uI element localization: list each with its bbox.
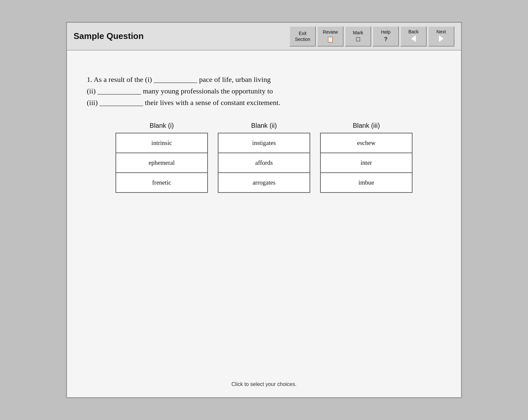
back-label: Back <box>408 29 418 35</box>
next-label: Next <box>437 29 446 35</box>
blank-i-option-ephemeral[interactable]: ephemeral <box>116 153 207 173</box>
blank-ii-column: Blank (ii) instigates affords arrogates <box>218 122 310 193</box>
mark-button[interactable]: Mark ☐ <box>345 26 371 47</box>
blank-ii-option-arrogates[interactable]: arrogates <box>218 173 310 192</box>
blank-i-option-frenetic[interactable]: frenetic <box>116 173 207 192</box>
blank-i-header: Blank (i) <box>149 122 174 129</box>
mark-icon: ☐ <box>356 36 360 43</box>
blanks-section: Blank (i) intrinsic ephemeral frenetic B… <box>87 122 441 193</box>
next-arrow-icon <box>439 35 444 44</box>
question-line-2: (ii) ____________ many young professiona… <box>87 85 441 97</box>
review-label: Review <box>323 29 338 35</box>
back-arrow-icon <box>411 35 416 44</box>
review-button[interactable]: Review 📋 <box>317 26 344 47</box>
exit-section-label: ExitSection <box>295 30 311 42</box>
blank-iii-option-eschew[interactable]: eschew <box>321 133 412 153</box>
help-button[interactable]: Help ? <box>373 26 399 47</box>
page-title: Sample Question <box>74 31 144 41</box>
blank-i-option-intrinsic[interactable]: intrinsic <box>116 133 207 153</box>
blank-iii-option-inter[interactable]: inter <box>321 153 412 173</box>
review-icon: 📋 <box>327 36 334 43</box>
help-icon: ? <box>384 36 388 43</box>
exit-section-button[interactable]: ExitSection <box>289 26 316 47</box>
next-button[interactable]: Next <box>428 26 454 47</box>
question-line-3: (iii) ____________ their lives with a se… <box>87 97 441 108</box>
outer-frame: Sample Question ExitSection Review 📋 Mar… <box>66 22 462 398</box>
header: Sample Question ExitSection Review 📋 Mar… <box>67 23 461 51</box>
blank-ii-options: instigates affords arrogates <box>218 133 310 193</box>
blank-iii-options: eschew inter imbue <box>320 133 412 193</box>
blank-ii-header: Blank (ii) <box>251 122 277 129</box>
back-button[interactable]: Back <box>400 26 427 47</box>
nav-buttons: ExitSection Review 📋 Mark ☐ Help ? Back <box>289 26 454 47</box>
question-text: 1. As a result of the (i) ____________ p… <box>87 74 441 109</box>
content-area: 1. As a result of the (i) ____________ p… <box>67 51 461 397</box>
footer-instruction: Click to select your choices. <box>231 381 296 387</box>
blank-i-column: Blank (i) intrinsic ephemeral frenetic <box>116 122 208 193</box>
blank-ii-option-instigates[interactable]: instigates <box>218 133 310 153</box>
blank-ii-option-affords[interactable]: affords <box>218 153 310 173</box>
blank-i-options: intrinsic ephemeral frenetic <box>116 133 208 193</box>
mark-label: Mark <box>353 30 363 36</box>
question-line-1: 1. As a result of the (i) ____________ p… <box>87 74 441 85</box>
blank-iii-option-imbue[interactable]: imbue <box>321 173 412 192</box>
blank-iii-column: Blank (iii) eschew inter imbue <box>320 122 412 193</box>
help-label: Help <box>381 29 391 35</box>
blank-iii-header: Blank (iii) <box>353 122 380 129</box>
